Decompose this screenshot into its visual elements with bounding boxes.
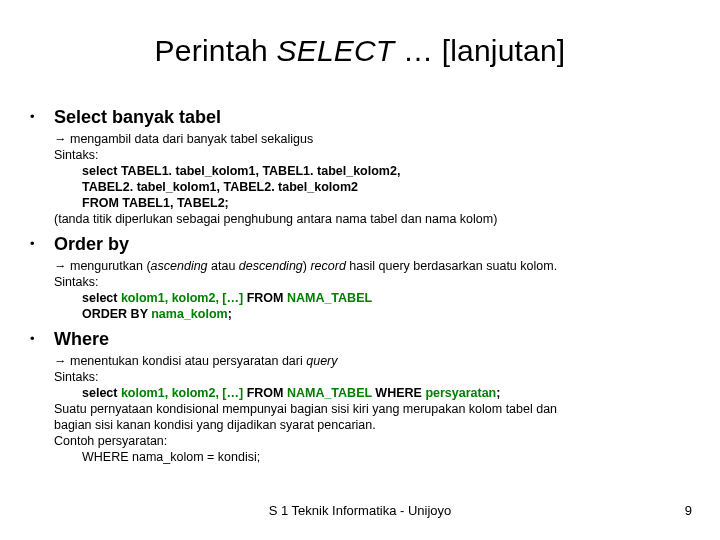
italic-text: descending [239, 259, 303, 273]
text: ; [496, 386, 500, 400]
code-line: ORDER BY nama_kolom; [82, 306, 690, 322]
text: → menentukan kondisi atau persyaratan da… [54, 354, 306, 368]
text: → mengurutkan ( [54, 259, 151, 273]
text: FROM [243, 386, 287, 400]
tail-line: bagian sisi kanan kondisi yang dijadikan… [54, 417, 690, 433]
footer-text: S 1 Teknik Informatika - Unijoyo [0, 503, 720, 518]
arrow-line: → mengurutkan (ascending atau descending… [54, 258, 690, 274]
section-heading: Order by [54, 233, 129, 256]
text: select [82, 386, 121, 400]
page-number: 9 [685, 503, 692, 518]
title-pre: Perintah [155, 34, 277, 67]
sintaks-label: Sintaks: [54, 147, 690, 163]
bullet-icon: • [30, 106, 54, 126]
section-heading: Select banyak tabel [54, 106, 221, 129]
text: hasil query berdasarkan suatu kolom. [346, 259, 557, 273]
text: FROM [243, 291, 287, 305]
text: ; [228, 307, 232, 321]
green-text: persyaratan [425, 386, 496, 400]
tail-code: WHERE nama_kolom = kondisi; [82, 449, 690, 465]
green-text: NAMA_TABEL [287, 386, 372, 400]
bullet-icon: • [30, 233, 54, 253]
text: atau [208, 259, 239, 273]
italic-text: record [310, 259, 345, 273]
section-select-banyak-tabel: • Select banyak tabel → mengambil data d… [30, 106, 690, 227]
green-text: NAMA_TABEL [287, 291, 372, 305]
green-text: kolom1, kolom2, […] [121, 291, 243, 305]
text: ORDER BY [82, 307, 151, 321]
italic-text: ascending [151, 259, 208, 273]
slide-body: • Select banyak tabel → mengambil data d… [30, 106, 690, 471]
green-text: kolom1, kolom2, […] [121, 386, 243, 400]
arrow-line: → mengambil data dari banyak tabel sekal… [54, 131, 690, 147]
code-line: FROM TABEL1, TABEL2; [82, 195, 690, 211]
code-line: select TABEL1. tabel_kolom1, TABEL1. tab… [82, 163, 690, 179]
title-italic: SELECT [276, 34, 394, 67]
title-post: … [lanjutan] [394, 34, 565, 67]
code-line: select kolom1, kolom2, […] FROM NAMA_TAB… [82, 385, 690, 401]
arrow-line: → menentukan kondisi atau persyaratan da… [54, 353, 690, 369]
section-where: • Where → menentukan kondisi atau persya… [30, 328, 690, 465]
code-line: TABEL2. tabel_kolom1, TABEL2. tabel_kolo… [82, 179, 690, 195]
slide: Perintah SELECT … [lanjutan] • Select ba… [0, 0, 720, 540]
note-line: (tanda titik diperlukan sebagai penghubu… [54, 211, 690, 227]
section-order-by: • Order by → mengurutkan (ascending atau… [30, 233, 690, 322]
text: select [82, 291, 121, 305]
text: WHERE [372, 386, 425, 400]
italic-text: query [306, 354, 337, 368]
tail-line: Contoh persyaratan: [54, 433, 690, 449]
code-line: select kolom1, kolom2, […] FROM NAMA_TAB… [82, 290, 690, 306]
slide-title: Perintah SELECT … [lanjutan] [0, 34, 720, 68]
tail-line: Suatu pernyataan kondisional mempunyai b… [54, 401, 690, 417]
section-heading: Where [54, 328, 109, 351]
sintaks-label: Sintaks: [54, 274, 690, 290]
sintaks-label: Sintaks: [54, 369, 690, 385]
bullet-icon: • [30, 328, 54, 348]
green-text: nama_kolom [151, 307, 227, 321]
